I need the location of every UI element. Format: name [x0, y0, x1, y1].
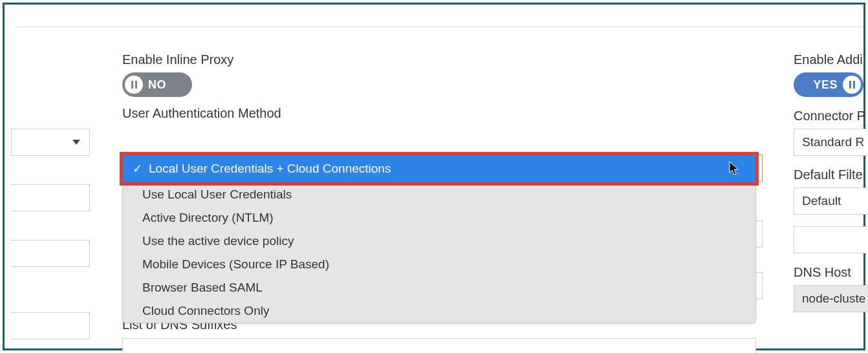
default-filter-select[interactable]: Default [794, 187, 868, 215]
toggle-knob [843, 76, 861, 94]
app-frame: Enable Inline Proxy NO User Authenticati… [3, 3, 865, 350]
default-filter-label: Default Filte [794, 167, 868, 182]
dropdown-option[interactable]: Mobile Devices (Source IP Based) [123, 253, 755, 276]
left-field-2[interactable] [11, 184, 90, 211]
dns-suffixes-input[interactable] [122, 338, 756, 353]
check-icon: ✓ [133, 162, 142, 176]
cursor-icon [729, 161, 741, 180]
dropdown-selected-option[interactable]: ✓ Local User Credentials + Cloud Connect… [122, 155, 756, 183]
right-column: Enable Addi YES Connector P Standard R D… [794, 52, 868, 324]
enable-additional-toggle[interactable]: YES [794, 72, 863, 97]
chevron-down-icon [72, 140, 80, 145]
dns-host-label: DNS Host [794, 265, 868, 280]
toggle-knob [125, 76, 143, 94]
enable-inline-proxy-label: Enable Inline Proxy [122, 52, 776, 67]
dns-host-field: node-cluste [794, 285, 868, 312]
connector-select[interactable]: Standard R [794, 129, 868, 156]
dropdown-option[interactable]: Active Directory (NTLM) [123, 206, 755, 230]
dropdown-list: Use Local User Credentials Active Direct… [122, 183, 756, 323]
toggle-no-text: NO [148, 78, 166, 92]
enable-additional-label: Enable Addi [794, 52, 868, 67]
auth-method-dropdown[interactable]: ✓ Local User Credentials + Cloud Connect… [122, 155, 754, 183]
dropdown-option[interactable]: Cloud Connectors Only [123, 299, 755, 323]
left-field-3[interactable] [11, 240, 90, 267]
pause-icon [849, 81, 855, 89]
auth-method-label: User Authentication Method [122, 106, 776, 121]
left-select-1[interactable] [11, 129, 90, 156]
dropdown-option[interactable]: Use the active device policy [123, 230, 755, 253]
pause-icon [131, 81, 137, 89]
enable-inline-proxy-toggle[interactable]: NO [122, 72, 192, 97]
content-area: Enable Inline Proxy NO User Authenticati… [5, 27, 863, 348]
dropdown-selected-text: Local User Credentials + Cloud Connectio… [149, 162, 391, 176]
connector-label: Connector P [794, 109, 868, 123]
main-column: Enable Inline Proxy NO User Authenticati… [122, 52, 776, 126]
dropdown-option[interactable]: Browser Based SAML [123, 276, 755, 299]
right-empty-field[interactable] [794, 226, 868, 253]
dropdown-option[interactable]: Use Local User Credentials [123, 183, 755, 206]
left-field-4[interactable] [11, 312, 90, 339]
toggle-yes-text: YES [813, 78, 838, 92]
